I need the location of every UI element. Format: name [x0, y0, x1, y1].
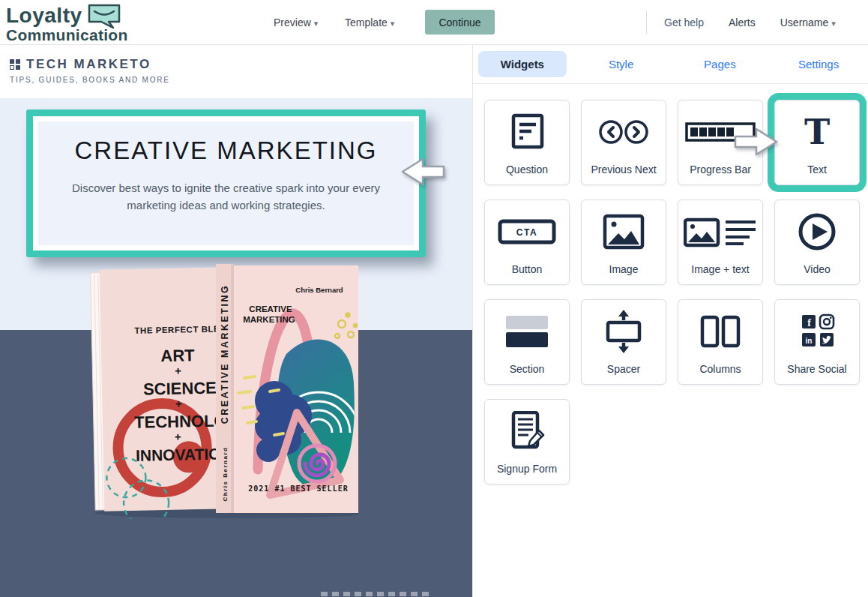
alerts-link[interactable]: Alerts	[729, 16, 756, 28]
logo[interactable]: Loyalty Communication	[6, 3, 128, 43]
preview-menu[interactable]: Preview▾	[274, 0, 318, 45]
instagram-icon	[820, 315, 834, 328]
username-menu[interactable]: Username▾	[780, 16, 836, 28]
cursor-arrow-left	[400, 158, 445, 186]
get-help-link[interactable]: Get help	[664, 16, 704, 28]
chevron-down-icon: ▾	[314, 19, 319, 28]
section-icon	[485, 300, 569, 363]
book-front-author: Chris Bernard	[295, 286, 343, 294]
app-root: Loyalty Communication Preview▾ Template▾…	[0, 0, 868, 597]
widget-card-image-text[interactable]: Image + text	[678, 200, 763, 285]
widget-card-columns[interactable]: Columns	[678, 299, 763, 385]
prev-next-icon	[582, 100, 666, 164]
book-back-plus: +	[175, 398, 182, 410]
book-spine-title: CREATIVE MARKETING	[220, 284, 230, 424]
top-header: Loyalty Communication Preview▾ Template▾…	[0, 0, 868, 45]
widget-label: Image + text	[691, 263, 749, 275]
site-tagline: TIPS, GUIDES, BOOKS AND MORE	[10, 76, 472, 84]
svg-text:in: in	[806, 337, 813, 345]
book-back-plus: +	[175, 430, 181, 443]
widget-card-share-social[interactable]: f in	[774, 299, 860, 385]
widget-card-spacer[interactable]: Spacer	[581, 299, 666, 385]
widget-card-signup-form[interactable]: Signup Form	[484, 399, 570, 484]
chevron-down-icon: ▾	[831, 19, 836, 28]
widget-card-image[interactable]: Image	[581, 200, 666, 285]
book-back-line: TECHNOLO	[134, 411, 227, 432]
site-name: TECH MARKETO	[10, 57, 472, 72]
widget-label: Question	[506, 164, 548, 176]
widget-label: Section	[510, 363, 545, 375]
widget-card-button[interactable]: CTA Button	[484, 200, 570, 285]
book-back-line: ART	[160, 346, 195, 365]
site-logo-grid-icon	[10, 59, 20, 70]
share-social-icon: f in	[775, 300, 859, 363]
chevron-down-icon: ▾	[391, 19, 395, 28]
widget-label: Previous Next	[591, 164, 656, 176]
cta-button-icon: CTA	[485, 200, 569, 263]
hero-title: CREATIVE MARKETING	[38, 136, 414, 165]
facebook-icon: f	[802, 315, 816, 328]
columns-icon	[678, 300, 762, 363]
image-icon	[582, 200, 666, 263]
video-icon	[775, 200, 859, 263]
widget-card-previous-next[interactable]: Previous Next	[581, 100, 666, 185]
widget-card-question[interactable]: Question	[484, 100, 570, 185]
tab-widgets[interactable]: Widgets	[473, 51, 572, 77]
book-back-plus: +	[175, 364, 181, 377]
widget-card-video[interactable]: Video	[774, 200, 860, 285]
header-divider	[646, 10, 647, 34]
text-icon: T	[775, 100, 859, 164]
twitter-icon	[820, 333, 834, 346]
panel-tabs: Widgets Style Pages Settings	[473, 45, 868, 84]
widget-label: Signup Form	[497, 463, 557, 475]
cursor-arrow-right	[734, 128, 779, 156]
book-spine-author: Chris Bernard	[222, 447, 229, 502]
tab-pages[interactable]: Pages	[671, 58, 770, 70]
hero-text-widget-highlighted[interactable]: CREATIVE MARKETING Discover best ways to…	[26, 110, 426, 257]
template-menu[interactable]: Template▾	[345, 0, 394, 45]
page-preview: TECH MARKETO TIPS, GUIDES, BOOKS AND MOR…	[0, 45, 472, 597]
book-back-line: SCIENCE	[143, 379, 217, 399]
widget-card-section[interactable]: Section	[484, 299, 570, 385]
logo-text-line2: Communication	[6, 27, 128, 43]
widget-label: Columns	[699, 363, 741, 375]
site-header: TECH MARKETO TIPS, GUIDES, BOOKS AND MOR…	[0, 45, 472, 98]
book-front-title-1: CREATIVE	[249, 304, 292, 314]
widget-label: Spacer	[607, 363, 640, 375]
widget-label: Image	[609, 263, 639, 275]
continue-button[interactable]: Continue	[425, 10, 495, 34]
builder-panel: Widgets Style Pages Settings	[472, 45, 868, 597]
svg-text:f: f	[807, 317, 811, 328]
speech-bubble-icon	[87, 3, 121, 28]
image-text-icon	[678, 200, 762, 263]
hero-text-inner: CREATIVE MARKETING Discover best ways to…	[33, 116, 419, 250]
tab-settings[interactable]: Settings	[769, 58, 868, 70]
clipped-bottom-text	[321, 592, 433, 596]
book-back-line: INNOVATIO	[136, 445, 221, 464]
signup-form-icon	[485, 400, 569, 463]
hero-subtitle: Discover best ways to ignite the creativ…	[59, 180, 393, 214]
linkedin-icon: in	[802, 333, 816, 346]
book-badge: 2021 #1 BEST SELLER	[248, 484, 348, 493]
widget-card-text-highlighted[interactable]: T Text	[774, 100, 860, 185]
spacer-icon	[582, 300, 666, 363]
widget-label: Share Social	[787, 363, 846, 375]
cta-icon-text: CTA	[516, 227, 537, 238]
book-cover-image: THE PERFECT BLE ART + SCIENCE + TECHNOLO…	[90, 264, 358, 519]
logo-text-line1: Loyalty	[6, 5, 82, 26]
question-list-icon	[485, 100, 569, 164]
book-back-title: THE PERFECT BLE	[134, 324, 220, 334]
widget-label: Button	[512, 263, 542, 275]
tab-style[interactable]: Style	[572, 58, 671, 70]
widget-label: Text	[807, 164, 827, 176]
book-front-title-2: MARKETING	[243, 315, 295, 324]
widget-label: Progress Bar	[690, 164, 751, 176]
widget-grid: Question Previous Next	[473, 84, 868, 484]
widget-label: Video	[804, 263, 831, 275]
